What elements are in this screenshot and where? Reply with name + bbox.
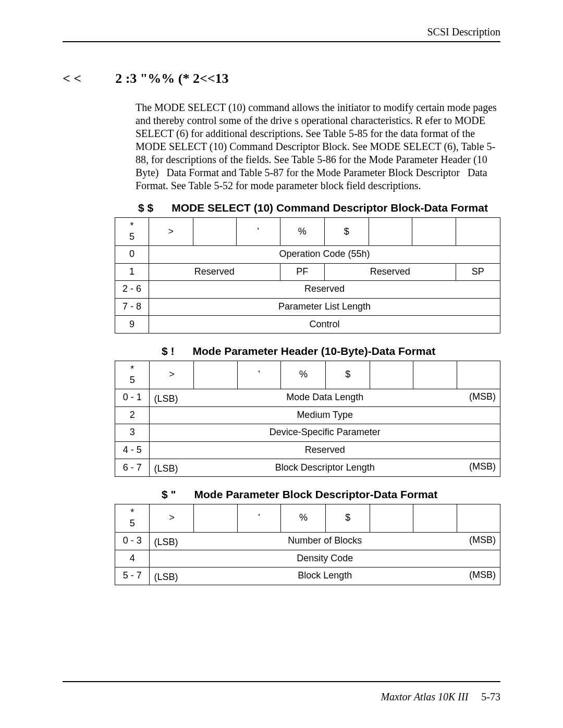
footer-rule [63,681,500,682]
bit-header-cell: > [149,218,193,246]
byte-header-cell: *5 [115,504,150,532]
byte-cell: 6 - 7 [115,459,150,477]
byte-cell: 5 - 7 [115,567,150,585]
body-paragraph: The MODE SELECT (10) command allows the … [136,101,500,192]
page-footer: Maxtor Atlas 10K III 5-73 [381,691,500,703]
table-row: 2 - 6Reserved [115,281,500,299]
field-label: Block Length [298,570,352,581]
table-85: *5>'%$0Operation Code (55h)1ReservedPFRe… [115,217,500,334]
bit-header-cell [412,218,456,246]
table-row: 1ReservedPFReservedSP [115,263,500,281]
data-cell: Reserved [149,263,280,281]
msb-label: (MSB) [469,535,496,546]
bit-header-cell [369,218,412,246]
table-86-caption: $ ! Mode Parameter Header (10-Byte)-Data… [162,345,500,357]
bit-header-cell: $ [326,504,370,532]
data-cell: Reserved [324,263,456,281]
lsb-label: (LSB) [154,572,178,583]
data-cell: (MSB)Block Length(LSB) [150,567,500,585]
byte-cell: 3 [115,424,150,442]
data-cell: (MSB)Mode Data Length(LSB) [150,389,500,406]
byte-cell: 0 [115,246,149,264]
byte-cell: 4 - 5 [115,441,150,459]
bit-header-cell: $ [324,218,369,246]
data-cell: Medium Type [150,406,500,424]
table-row: 0Operation Code (55h) [115,246,500,264]
running-header: SCSI Description [63,26,500,38]
bit-header-cell [194,504,237,532]
bit-header-cell: % [281,361,326,389]
bit-header-cell [456,218,500,246]
section-heading: < < 2 :3 "%% (* 2<<13 [63,71,500,87]
msb-label: (MSB) [469,391,496,402]
byte-cell: 7 - 8 [115,298,149,316]
data-cell: (MSB)Block Descriptor Length(LSB) [150,459,500,477]
msb-label: (MSB) [469,570,496,581]
bit-header-cell: % [280,218,324,246]
data-cell: Density Code [150,550,500,567]
bit-header-cell: ' [237,504,281,532]
data-cell: SP [456,263,500,281]
byte-cell: 4 [115,550,150,567]
bit-header-cell [193,218,236,246]
table-row: 3Device-Specific Parameter [115,424,500,442]
bit-header-cell [370,504,413,532]
byte-header-cell: *5 [115,218,149,246]
table-row: 4 - 5Reserved [115,441,500,459]
bit-header-cell [457,504,500,532]
bit-header-cell [413,504,457,532]
lsb-label: (LSB) [154,537,178,548]
lsb-label: (LSB) [154,393,178,404]
bit-header-cell: % [281,504,326,532]
bit-header-cell [413,361,457,389]
page: SCSI Description < < 2 :3 "%% (* 2<<13 T… [0,0,563,728]
data-cell: Reserved [150,441,500,459]
table-row: 0 - 1(MSB)Mode Data Length(LSB) [115,389,500,406]
data-cell: PF [280,263,324,281]
table-row: 5 - 7(MSB)Block Length(LSB) [115,567,500,585]
bit-header-cell: ' [237,361,281,389]
byte-cell: 0 - 3 [115,532,150,550]
bit-header-cell: > [150,361,194,389]
byte-cell: 0 - 1 [115,389,150,406]
bit-header-cell [194,361,237,389]
table-row: 4Density Code [115,550,500,567]
byte-cell: 2 - 6 [115,281,149,299]
bit-header-cell [370,361,413,389]
msb-label: (MSB) [469,461,496,472]
table-row: 2Medium Type [115,406,500,424]
bit-header-cell: ' [236,218,280,246]
table-85-caption: $ $ MODE SELECT (10) Command Descriptor … [138,202,500,214]
data-cell: Device-Specific Parameter [150,424,500,442]
field-label: Block Descriptor Length [275,462,375,473]
data-cell: Operation Code (55h) [149,246,500,264]
table-87-caption: $ " Mode Parameter Block Descriptor-Data… [162,488,500,501]
field-label: Number of Blocks [288,535,362,546]
data-cell: (MSB)Number of Blocks(LSB) [150,532,500,550]
table-87: *5>'%$0 - 3(MSB)Number of Blocks(LSB)4De… [115,504,500,585]
data-cell: Control [149,316,500,334]
footer-page-number: 5-73 [481,691,500,702]
table-row: 0 - 3(MSB)Number of Blocks(LSB) [115,532,500,550]
byte-header-cell: *5 [115,361,150,389]
data-cell: Parameter List Length [149,298,500,316]
footer-title: Maxtor Atlas 10K III [381,691,468,702]
data-cell: Reserved [149,281,500,299]
bit-header-cell [457,361,500,389]
field-label: Mode Data Length [286,392,363,403]
header-rule [63,41,500,42]
byte-cell: 9 [115,316,149,334]
lsb-label: (LSB) [154,463,178,474]
table-row: 7 - 8Parameter List Length [115,298,500,316]
table-86: *5>'%$0 - 1(MSB)Mode Data Length(LSB)2Me… [115,361,500,477]
bit-header-cell: $ [326,361,370,389]
byte-cell: 1 [115,263,149,281]
bit-header-cell: > [150,504,194,532]
byte-cell: 2 [115,406,150,424]
table-row: 9Control [115,316,500,334]
table-row: 6 - 7(MSB)Block Descriptor Length(LSB) [115,459,500,477]
